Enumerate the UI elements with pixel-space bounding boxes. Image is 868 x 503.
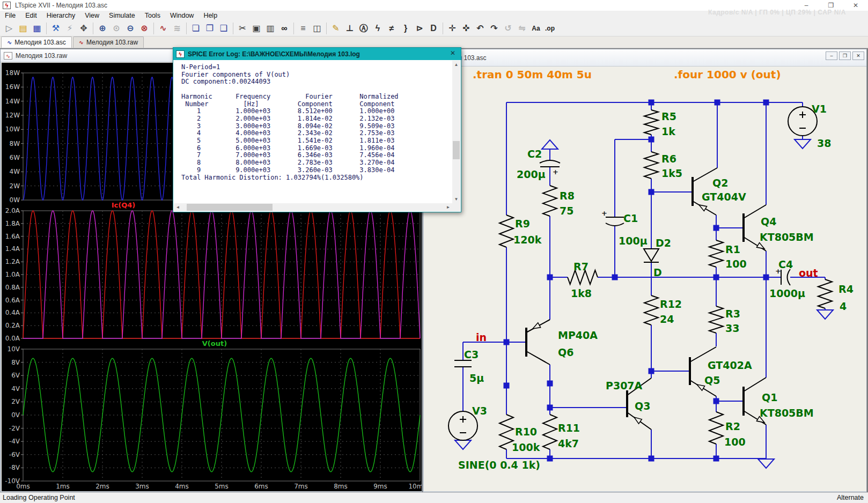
schematic-label[interactable]: R4 xyxy=(838,283,854,295)
menu-item-hierarchy[interactable]: Hierarchy xyxy=(42,11,80,21)
schematic-window-titlebar[interactable]: Мелодия 103.asc – ❐ ✕ xyxy=(423,49,866,66)
move-icon[interactable]: ✛ xyxy=(446,22,459,35)
schematic-label[interactable]: 33 xyxy=(725,322,739,334)
tile-vertical-icon[interactable]: ❏ xyxy=(189,22,202,35)
drag-icon[interactable]: ✜ xyxy=(460,22,473,35)
schematic-label[interactable]: C1 xyxy=(623,212,638,224)
schematic-label[interactable]: 24 xyxy=(660,313,674,325)
paste-icon[interactable]: ▥ xyxy=(264,22,277,35)
run-icon[interactable]: ▷ xyxy=(3,22,16,35)
schematic-label[interactable]: R12 xyxy=(660,298,682,310)
find-icon[interactable]: ∞ xyxy=(278,22,291,35)
diode-icon[interactable]: ⊳ xyxy=(413,22,426,35)
schematic-label[interactable]: 200µ xyxy=(517,168,546,180)
spice-analysis-icon[interactable]: ≋ xyxy=(171,22,183,35)
pane-title[interactable]: V(out) xyxy=(202,339,227,347)
schematic-label[interactable]: GT402A xyxy=(708,359,752,371)
tab-Мелодия 103.asc[interactable]: ∿Мелодия 103.asc xyxy=(1,36,72,48)
undo-icon[interactable]: ↶ xyxy=(474,22,487,35)
schematic-label[interactable]: Q3 xyxy=(635,400,650,412)
print-preview-icon[interactable]: ◫ xyxy=(311,22,323,35)
inductor-icon[interactable]: } xyxy=(399,22,412,35)
schematic-label[interactable]: 100k xyxy=(512,441,540,453)
schematic-label[interactable]: 75 xyxy=(560,205,573,217)
wire-icon[interactable]: ✎ xyxy=(329,22,342,35)
rotate-icon[interactable]: ↺ xyxy=(502,22,514,35)
schematic-label[interactable]: 4k7 xyxy=(558,438,579,449)
schematic-label[interactable]: Q6 xyxy=(558,346,573,358)
plot-pane-1[interactable]: 2.0A1.8A1.6A1.4A1.2A1.0A0.8A0.6A0.4A0.2A… xyxy=(5,201,420,342)
schematic-label[interactable]: 100 xyxy=(725,258,747,270)
close-icon[interactable]: ✕ xyxy=(852,51,864,60)
schematic-label[interactable]: C3 xyxy=(464,349,479,360)
restore-icon[interactable]: ❐ xyxy=(839,51,851,60)
schematic-label[interactable]: Q2 xyxy=(712,177,728,189)
halt-icon[interactable]: ⚡ xyxy=(63,22,76,35)
horizontal-scrollbar[interactable]: ◄ ► xyxy=(174,203,452,211)
menu-item-tools[interactable]: Tools xyxy=(140,11,165,21)
schematic-label[interactable]: in xyxy=(476,331,487,343)
menu-item-help[interactable]: Help xyxy=(198,11,222,21)
schematic-label[interactable]: V1 xyxy=(812,103,827,115)
spice-directive[interactable]: .four 1000 v (out) xyxy=(674,68,781,81)
schematic-label[interactable]: 4 xyxy=(840,300,847,312)
schematic-label[interactable]: V3 xyxy=(472,405,487,417)
schematic-label[interactable]: C2 xyxy=(527,148,542,160)
scrollbar-thumb[interactable] xyxy=(453,141,460,159)
capacitor-icon[interactable]: ≠ xyxy=(385,22,398,35)
schematic-label[interactable]: Q4 xyxy=(761,216,776,227)
schematic-label[interactable]: MP40A xyxy=(558,329,598,341)
schematic-label[interactable]: C4 xyxy=(778,258,793,270)
copy-icon[interactable]: ▣ xyxy=(250,22,263,35)
schematic-label[interactable]: R5 xyxy=(661,110,676,122)
schematic-label[interactable]: R2 xyxy=(725,420,740,432)
schematic-svg[interactable]: +++.tran 0 50m 40m 5u.four 1000 v (out)R… xyxy=(424,67,866,491)
schematic-labels[interactable]: +++.tran 0 50m 40m 5u.four 1000 v (out)R… xyxy=(458,68,854,471)
scroll-right-icon[interactable]: ► xyxy=(444,203,452,211)
schematic-label[interactable]: R6 xyxy=(661,153,676,165)
pan-icon[interactable]: ✥ xyxy=(77,22,90,35)
plot-pane-2[interactable]: 10V8V6V4V2V0V-2V-4V-6V-8V-10VV(out) xyxy=(5,339,420,485)
schematic-label[interactable]: R11 xyxy=(558,422,580,434)
schematic-label[interactable]: GT404V xyxy=(702,191,746,203)
tile-horizontal-icon[interactable]: ❐ xyxy=(203,22,216,35)
redo-icon[interactable]: ↷ xyxy=(488,22,501,35)
zoom-previous-icon[interactable]: ⊙ xyxy=(110,22,123,35)
menu-item-window[interactable]: Window xyxy=(165,11,198,21)
schematic-label[interactable]: D xyxy=(653,267,662,278)
schematic-label[interactable]: 120k xyxy=(513,234,542,246)
schematic-label[interactable]: Q1 xyxy=(762,391,777,403)
print-icon[interactable]: ≡ xyxy=(297,22,310,35)
control-panel-icon[interactable]: ⚒ xyxy=(49,22,62,35)
menu-item-simulate[interactable]: Simulate xyxy=(104,11,140,21)
op-directive-icon[interactable]: .op xyxy=(543,22,556,35)
cascade-windows-icon[interactable]: ❑ xyxy=(217,22,230,35)
schematic-label[interactable]: out xyxy=(799,267,818,279)
schematic-label[interactable]: 1k5 xyxy=(661,167,682,179)
schematic-label[interactable]: D2 xyxy=(656,237,671,249)
schematic-label[interactable]: R8 xyxy=(560,190,575,202)
zoom-out-icon[interactable]: ⊖ xyxy=(124,22,137,35)
schematic-label[interactable]: R1 xyxy=(725,243,740,255)
schematic-label[interactable]: R9 xyxy=(515,218,530,230)
dialog-titlebar[interactable]: ϟ SPICE Error Log: E:\ВАЖНОЕ\СХЕМЫ\Мелод… xyxy=(173,48,461,60)
close-icon[interactable]: ✕ xyxy=(448,49,458,58)
component-icon[interactable]: D xyxy=(427,22,440,35)
schematic-label[interactable]: KT805BM xyxy=(760,231,814,243)
scroll-down-icon[interactable]: ▼ xyxy=(452,195,460,203)
mirror-icon[interactable]: ⇋ xyxy=(516,22,528,35)
schematic-label[interactable]: Q5 xyxy=(704,374,720,386)
close-icon[interactable]: ✕ xyxy=(843,0,868,11)
label-net-icon[interactable]: Ⓐ xyxy=(357,22,370,35)
schematic-label[interactable]: R10 xyxy=(515,426,537,438)
pane-title[interactable]: Ic(Q4) xyxy=(112,201,136,209)
vertical-scrollbar[interactable]: ▲ ▼ xyxy=(452,61,460,203)
tab-Мелодия 103.raw[interactable]: ∿Мелодия 103.raw xyxy=(73,36,144,48)
ground-icon[interactable]: ⊥ xyxy=(343,22,356,35)
schematic-label[interactable]: 100µ xyxy=(619,235,648,247)
open-icon[interactable]: ▤ xyxy=(17,22,30,35)
schematic-label[interactable]: R7 xyxy=(573,261,589,272)
scrollbar-thumb[interactable] xyxy=(187,204,273,211)
menu-item-edit[interactable]: Edit xyxy=(20,11,42,21)
minimize-icon[interactable]: – xyxy=(826,51,837,60)
